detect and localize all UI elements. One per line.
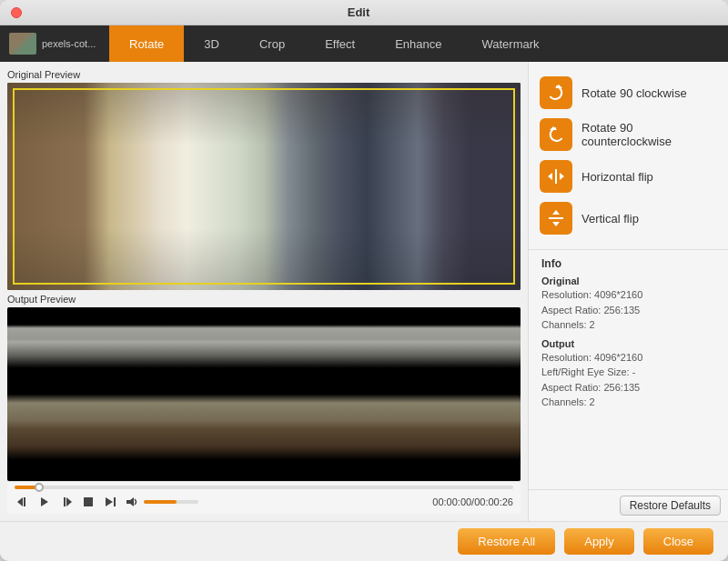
- tab-enhance[interactable]: Enhance: [375, 25, 461, 62]
- original-channels: Channels: 2: [541, 317, 715, 333]
- output-aspect: Aspect Ratio: 256:135: [541, 380, 715, 396]
- main-area: Original Preview Output Preview: [0, 62, 528, 521]
- restore-defaults-button[interactable]: Restore Defaults: [620, 496, 721, 516]
- output-preview-section: Output Preview: [7, 294, 521, 515]
- titlebar: Edit: [0, 0, 728, 25]
- restore-defaults-area: Restore Defaults: [529, 489, 728, 521]
- tab-rotate[interactable]: Rotate: [109, 25, 184, 62]
- original-aspect: Aspect Ratio: 256:135: [541, 303, 715, 318]
- volume-slider[interactable]: [144, 500, 198, 504]
- original-preview: [7, 83, 521, 290]
- svg-rect-1: [24, 497, 25, 506]
- stop-button[interactable]: [80, 494, 96, 510]
- info-section: Info Original Resolution: 4096*2160 Aspe…: [529, 249, 728, 489]
- vflip-label: Vertical flip: [581, 212, 639, 225]
- original-preview-section: Original Preview: [7, 69, 521, 290]
- close-button[interactable]: Close: [643, 528, 713, 555]
- info-title: Info: [541, 257, 715, 270]
- output-eye-size: Left/Right Eye Size: -: [541, 365, 715, 380]
- toolbar: pexels-cot... Rotate 3D Crop Effect Enha…: [0, 25, 728, 62]
- vflip-icon: [540, 202, 572, 235]
- tab-watermark[interactable]: Watermark: [461, 25, 559, 62]
- content-area: Original Preview Output Preview: [0, 62, 728, 521]
- vflip-button[interactable]: Vertical flip: [540, 202, 717, 235]
- rotate-ccw-button[interactable]: Rotate 90 counterclockwise: [540, 118, 717, 151]
- rotate-actions: Rotate 90 clockwise Rotate 90 counterclo…: [529, 62, 728, 249]
- svg-marker-13: [560, 173, 564, 180]
- svg-marker-15: [552, 210, 560, 215]
- output-channels: Channels: 2: [541, 395, 715, 410]
- original-preview-label: Original Preview: [7, 69, 521, 80]
- original-group-title: Original: [541, 275, 715, 286]
- svg-marker-3: [66, 497, 72, 506]
- svg-marker-16: [552, 222, 560, 226]
- tab-3d[interactable]: 3D: [184, 25, 239, 62]
- original-resolution: Resolution: 4096*2160: [541, 287, 715, 303]
- controls-row: 00:00:00/00:00:26: [15, 494, 513, 510]
- progress-bar[interactable]: [15, 486, 513, 489]
- rotate-ccw-label: Rotate 90 counterclockwise: [581, 121, 717, 148]
- svg-marker-8: [126, 497, 134, 506]
- window-title: Edit: [0, 5, 717, 19]
- right-panel: Rotate 90 clockwise Rotate 90 counterclo…: [528, 62, 728, 521]
- step-forward-button[interactable]: [58, 494, 75, 510]
- svg-marker-0: [17, 497, 23, 506]
- time-display: 00:00:00/00:00:26: [432, 496, 513, 507]
- volume-icon[interactable]: [124, 494, 140, 510]
- original-preview-image: [7, 83, 521, 290]
- output-preview-image: [7, 307, 521, 482]
- file-thumbnail: [9, 33, 36, 55]
- restore-all-button[interactable]: Restore All: [458, 528, 555, 555]
- nav-tabs: Rotate 3D Crop Effect Enhance Watermark: [109, 25, 728, 62]
- svg-rect-4: [64, 497, 66, 506]
- hflip-button[interactable]: Horizontal flip: [540, 160, 717, 193]
- svg-rect-5: [84, 497, 93, 506]
- rotate-cw-label: Rotate 90 clockwise: [581, 86, 687, 100]
- video-controls: 00:00:00/00:00:26: [7, 481, 521, 514]
- svg-marker-2: [41, 497, 48, 506]
- hflip-icon: [540, 160, 572, 193]
- play-button[interactable]: [36, 494, 53, 510]
- file-name: pexels-cot...: [42, 38, 96, 49]
- file-tab: pexels-cot...: [0, 25, 109, 62]
- apply-button[interactable]: Apply: [564, 528, 634, 555]
- progress-knob[interactable]: [35, 483, 44, 492]
- tab-crop[interactable]: Crop: [239, 25, 305, 62]
- svg-rect-7: [114, 497, 116, 506]
- output-resolution: Resolution: 4096*2160: [541, 350, 715, 366]
- rotate-ccw-icon: [540, 118, 572, 151]
- volume-area: [124, 494, 198, 510]
- tab-effect[interactable]: Effect: [305, 25, 375, 62]
- edit-window: Edit pexels-cot... Rotate 3D Crop Effect…: [0, 0, 728, 561]
- svg-marker-12: [548, 173, 552, 180]
- volume-fill: [144, 500, 177, 504]
- rotate-cw-button[interactable]: Rotate 90 clockwise: [540, 76, 717, 109]
- output-preview: [7, 307, 521, 482]
- step-back-button[interactable]: [15, 494, 31, 510]
- bottom-bar: Restore All Apply Close: [0, 521, 728, 561]
- end-button[interactable]: [102, 494, 118, 510]
- svg-marker-6: [106, 497, 113, 506]
- output-group-title: Output: [541, 338, 715, 349]
- rotate-cw-icon: [540, 76, 572, 109]
- hflip-label: Horizontal flip: [581, 170, 653, 184]
- output-preview-label: Output Preview: [7, 294, 521, 305]
